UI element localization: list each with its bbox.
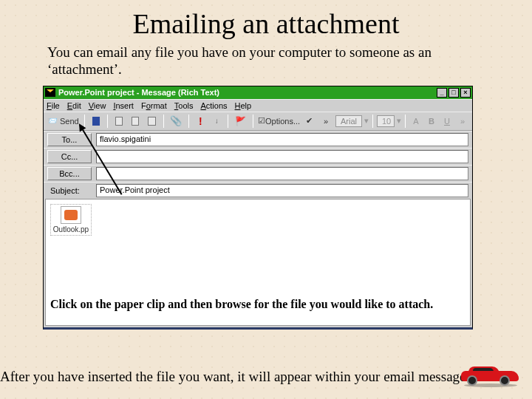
options-button[interactable]: ☑ Options... [258,115,300,128]
close-button[interactable]: × [460,88,471,98]
cc-button[interactable]: Cc... [47,150,92,163]
importance-low-button[interactable]: ↓ [210,115,223,128]
menu-edit[interactable]: Edit [67,101,81,110]
attachment-chip[interactable]: Outlook.pp [50,204,92,236]
menu-actions[interactable]: Actions [200,101,227,110]
paste-icon [148,117,155,126]
cut-icon [115,117,123,126]
copy-button[interactable] [129,115,142,128]
paperclip-icon: 📎 [170,115,182,126]
body-caption: Click on the paper clip and then browse … [50,298,466,311]
underline-button[interactable]: U [440,115,454,128]
window-title-text: Power.Point project - Message (Rich Text… [58,88,219,97]
floppy-icon [92,117,100,126]
outlook-window: Power.Point project - Message (Rich Text… [43,86,473,330]
spellcheck-button[interactable]: ✔ [303,115,316,128]
toolbar: 📨 Send 📎 ! ↓ 🚩 ☑ Options... ✔ » Arial ▾ … [44,112,472,131]
arrow-down-icon: ↓ [215,117,219,125]
minimize-button[interactable]: _ [437,88,447,98]
bcc-button[interactable]: Bcc... [47,167,92,180]
attachment-filename: Outlook.pp [53,225,89,233]
font-size-select[interactable]: 10 [377,115,395,127]
message-body[interactable]: Outlook.pp Click on the paper clip and t… [45,199,471,326]
envelope-icon [45,88,55,97]
attach-button[interactable]: 📎 [168,115,185,128]
subject-input[interactable]: Power.Point project [96,184,468,197]
toolbar-overflow-button[interactable]: » [456,115,469,128]
page-title: Emailing an attachment [0,7,532,40]
importance-high-button[interactable]: ! [194,115,207,128]
to-button[interactable]: To... [47,133,92,146]
menu-view[interactable]: View [89,101,106,110]
menu-file[interactable]: File [47,101,60,110]
menu-help[interactable]: Help [235,101,252,110]
exclamation-icon: ! [199,115,202,127]
menu-tools[interactable]: Tools [174,101,194,110]
cc-input[interactable] [96,150,468,163]
menu-insert[interactable]: Insert [113,101,134,110]
subject-label: Subject: [47,184,92,197]
bcc-input[interactable] [96,167,468,180]
intro-text: You can email any file you have on your … [47,44,461,78]
save-button[interactable] [89,115,103,128]
font-color-button[interactable]: A [409,115,423,128]
to-input[interactable]: flavio.spigatini [96,133,468,146]
window-titlebar: Power.Point project - Message (Rich Text… [44,86,472,99]
flag-icon: 🚩 [235,116,246,126]
flag-button[interactable]: 🚩 [233,115,248,128]
copy-icon [132,117,139,126]
cut-button[interactable] [112,115,126,128]
maximize-button[interactable]: □ [449,88,459,98]
bold-button[interactable]: B [425,115,438,128]
menu-format[interactable]: Format [141,101,167,110]
send-button[interactable]: 📨 Send [47,115,80,128]
powerpoint-icon [61,206,81,224]
menu-bar: File Edit View Insert Format Tools Actio… [44,99,472,112]
car-illustration [461,365,519,386]
more-button[interactable]: » [319,115,332,128]
footer-text: After you have inserted the file you wan… [0,369,473,386]
paste-button[interactable] [145,115,158,128]
font-name-select[interactable]: Arial [335,115,362,127]
